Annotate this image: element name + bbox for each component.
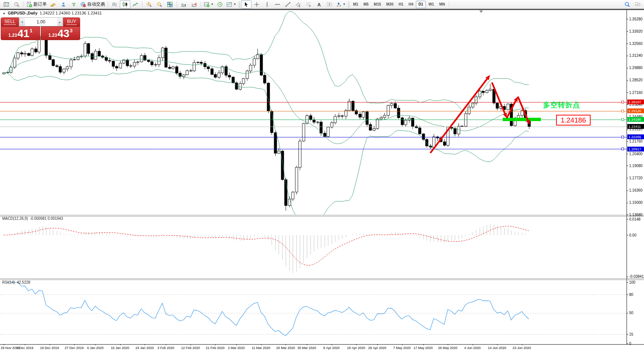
labelT-icon: T (326, 1, 332, 7)
toolbar: 新订单自动交易▼▼EFAT▼M1M5M15M30H1H4D1W1MN (0, 0, 644, 9)
buy-price[interactable]: 1.23 43 3 (41, 26, 80, 40)
chart-shift-marker[interactable] (479, 10, 483, 13)
zoom-out-button[interactable] (154, 0, 165, 9)
chevron-down-icon[interactable]: ▼ (343, 3, 346, 6)
cursor-icon (243, 1, 249, 7)
search-button[interactable] (622, 0, 632, 9)
charts-icon (3, 1, 9, 7)
price-level-box-annotation: 1.24186 (556, 115, 591, 126)
text-tool-button[interactable]: A (314, 0, 324, 9)
indicators-list-button[interactable]: ▼ (203, 0, 215, 9)
community-chat-button[interactable] (632, 0, 643, 9)
price-badge: 1.23411 (627, 124, 644, 129)
candlestick-mode-button[interactable] (120, 0, 130, 9)
sell-button[interactable]: SELL (1, 17, 19, 26)
signal-icon (71, 1, 77, 7)
trendline-tool-button[interactable] (283, 0, 293, 9)
volume-increase-button[interactable]: ▲ (57, 18, 62, 26)
arrows-tool-button[interactable]: ▼ (335, 0, 347, 9)
svg-text:A: A (318, 2, 321, 7)
line-chart-mode-button[interactable] (130, 0, 141, 9)
new-chart-button[interactable] (1, 0, 12, 9)
zoom-in-button[interactable] (144, 0, 154, 9)
autotrading-label: 自动交易 (87, 1, 105, 7)
autotrading-button[interactable]: 自动交易 (79, 0, 106, 9)
price-badge: 1.24186 (627, 117, 644, 122)
tile-windows-button[interactable] (165, 0, 175, 9)
buy-button[interactable]: BUY (63, 17, 80, 26)
deposit-funds-button[interactable] (48, 0, 58, 9)
price-badge: 1.20917 (627, 147, 644, 151)
chart-title: ▲ GBPUSD-,Daily 1.24222 1.24360 1.23136 … (3, 11, 102, 15)
timeframe-H4[interactable]: H4 (406, 1, 416, 8)
vertical-line-tool-button[interactable] (262, 0, 272, 9)
auto-scroll-button[interactable] (178, 0, 189, 9)
history-center-button[interactable] (12, 0, 22, 9)
svg-text:F: F (309, 5, 310, 7)
macd-indicator-label: MACD(12,26,9)-0.000981 0.001943 (2, 216, 63, 221)
toolbar-grip (348, 1, 349, 7)
text-label-tool-button[interactable]: T (324, 0, 335, 9)
chevron-down-icon[interactable]: ▼ (233, 3, 236, 6)
volume-decrease-button[interactable]: ▼ (20, 18, 25, 26)
timeframe-M30[interactable]: M30 (384, 1, 396, 8)
periods-button[interactable] (215, 0, 225, 9)
new-order-button[interactable]: 新订单 (25, 0, 48, 9)
zoomin-icon (146, 1, 152, 7)
toolbar-separator (23, 1, 24, 7)
price-badge: 1.22265 (627, 134, 644, 139)
horizontal-line-tool-button[interactable] (272, 0, 283, 9)
crosshair-tool-button[interactable] (252, 0, 262, 9)
volume-input[interactable] (25, 18, 57, 26)
channel-icon: E (295, 1, 301, 7)
shiftend-icon (191, 1, 197, 7)
linechart-icon (132, 1, 138, 7)
zoomout-icon (157, 1, 162, 7)
timeframe-W1[interactable]: W1 (426, 1, 437, 8)
vline-icon (264, 1, 270, 7)
cursor-tool-button[interactable] (241, 0, 252, 9)
svg-text:T: T (328, 3, 331, 6)
gold-icon (50, 1, 56, 7)
chart-canvas[interactable] (0, 0, 644, 352)
shapes-icon (336, 1, 342, 7)
timeframe-M15[interactable]: M15 (371, 1, 384, 8)
toolbar-separator (108, 1, 108, 7)
person-icon (60, 1, 66, 7)
fibo-icon: F (306, 1, 312, 7)
price-badge: 1.25126 (627, 108, 644, 113)
fibonacci-tool-button[interactable]: F (303, 0, 314, 9)
autotrade-icon (80, 1, 86, 7)
toolbar-separator (449, 1, 449, 7)
accounts-button[interactable] (58, 0, 69, 9)
collapse-triangle-icon[interactable]: ▲ (3, 12, 6, 15)
window-frame (0, 9, 644, 10)
hline-icon (275, 1, 280, 7)
search-icon (624, 1, 630, 7)
equidistant-channel-tool-button[interactable]: E (293, 0, 303, 9)
rsi-indicator-label: RSI(14)42.5228 (2, 280, 30, 284)
autoscroll-icon (181, 1, 187, 7)
timeframe-D1[interactable]: D1 (416, 1, 426, 8)
timeframe-MN[interactable]: MN (437, 1, 448, 8)
template-icon (226, 1, 232, 7)
sell-price[interactable]: 1.23 41 1 (1, 26, 40, 40)
chat-icon (635, 1, 641, 7)
timeframe-M1[interactable]: M1 (351, 1, 361, 8)
new-order-label: 新订单 (33, 1, 47, 7)
signals-button[interactable] (69, 0, 79, 9)
symbol-period-label: GBPUSD-,Daily (8, 11, 37, 15)
trendline-icon (285, 1, 291, 7)
svg-text:E: E (299, 4, 300, 7)
templates-button[interactable]: ▼ (225, 0, 237, 9)
indicators-icon (204, 1, 210, 7)
timeframe-M5[interactable]: M5 (361, 1, 371, 8)
neworder-icon (26, 1, 32, 7)
timeframe-H1[interactable]: H1 (396, 1, 406, 8)
tile-icon (167, 1, 173, 7)
toolbar-separator (177, 1, 177, 7)
bar-chart-mode-button[interactable] (109, 0, 120, 9)
chevron-down-icon[interactable]: ▼ (211, 3, 214, 6)
chart-shift-button[interactable] (189, 0, 199, 9)
history-icon (14, 1, 20, 7)
